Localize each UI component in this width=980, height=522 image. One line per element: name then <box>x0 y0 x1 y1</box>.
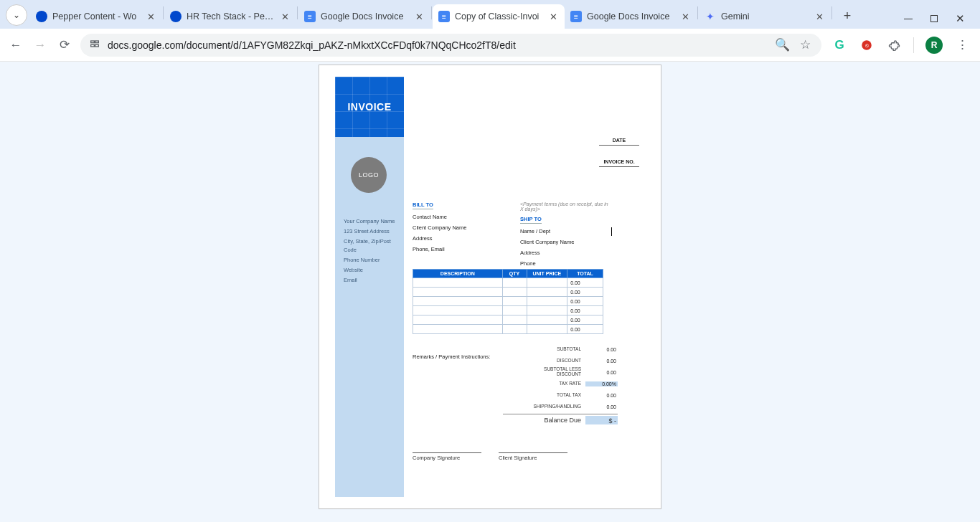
bill-to-address: Address <box>413 235 503 242</box>
tab-title: Google Docs Invoice <box>587 11 674 22</box>
ship-to-block: <Payment terms (due on receipt, due in X… <box>520 201 611 271</box>
globe-icon <box>36 11 47 22</box>
bookmark-icon[interactable]: ☆ <box>797 37 813 53</box>
company-email: Email <box>344 276 398 285</box>
balance-value: $ - <box>585 416 618 424</box>
tab-title: Gemini <box>721 11 809 22</box>
balance-label: Balance Due <box>524 416 585 424</box>
table-row: 0.00 <box>413 288 603 297</box>
table-row: 0.00 <box>413 306 603 315</box>
bill-to-contact: Contact Name <box>413 214 503 220</box>
tab-title: Google Docs Invoice <box>321 11 408 22</box>
ship-to-phone: Phone <box>520 260 611 267</box>
line-items-table: DESCRIPTION QTY UNIT PRICE TOTAL 0.00 0.… <box>413 269 603 334</box>
docs-icon: ≡ <box>438 11 450 22</box>
tab-copy-of-classic-invoice[interactable]: ≡ Copy of Classic-Invoi ✕ <box>433 4 565 29</box>
minimize-button[interactable] <box>904 14 913 23</box>
tab-separator <box>163 6 164 19</box>
discount-value: 0.00 <box>585 359 618 364</box>
subtotal-label: SUBTOTAL <box>524 347 585 352</box>
close-icon[interactable]: ✕ <box>679 11 691 22</box>
col-unit-price: UNIT PRICE <box>527 270 567 278</box>
tab-gemini[interactable]: ✦ Gemini ✕ <box>699 4 831 29</box>
tabs-dropdown-button[interactable]: ⌄ <box>6 4 27 26</box>
bill-to-phone-email: Phone, Email <box>413 246 503 252</box>
tab-google-docs-invoice-2[interactable]: ≡ Google Docs Invoice ✕ <box>565 4 697 29</box>
kebab-menu-icon[interactable]: ⋮ <box>954 37 970 53</box>
client-signature: Client Signature <box>499 452 567 461</box>
forward-button[interactable]: → <box>32 37 49 54</box>
company-addr2: City, State, Zip/Post Code <box>344 237 398 255</box>
tab-pepper-content[interactable]: Pepper Content - Wo ✕ <box>30 4 162 29</box>
docs-icon: ≡ <box>304 11 316 22</box>
browser-toolbar: ← → ⟳ 🔍 ☆ G ⎋ R ⋮ <box>0 29 980 62</box>
close-icon[interactable]: ✕ <box>814 11 825 22</box>
back-button[interactable]: ← <box>7 37 24 54</box>
logo-label: LOGO <box>359 171 379 179</box>
new-tab-button[interactable]: + <box>837 6 857 26</box>
tab-separator <box>297 6 298 19</box>
tab-hr-tech-stack[interactable]: HR Tech Stack - Pepp ✕ <box>164 4 296 29</box>
discount-label: DISCOUNT <box>524 359 585 364</box>
window-controls: ✕ <box>898 14 976 29</box>
signatures: Company Signature Client Signature <box>413 452 567 461</box>
tab-title: Copy of Classic-Invoi <box>455 11 542 22</box>
tax-rate-value: 0.00% <box>585 381 618 386</box>
ship-to-header: SHIP TO <box>520 216 542 224</box>
extension-icon[interactable]: ⎋ <box>859 37 875 53</box>
docs-icon: ≡ <box>570 11 582 22</box>
close-icon[interactable]: ✕ <box>413 11 425 22</box>
remarks-label: Remarks / Payment Instructions: <box>413 353 490 360</box>
shipping-value: 0.00 <box>585 404 618 409</box>
totals-block: SUBTOTAL0.00 DISCOUNT0.00 SUBTOTAL LESS … <box>503 343 618 425</box>
total-tax-value: 0.00 <box>585 393 618 398</box>
zoom-icon[interactable]: 🔍 <box>774 37 790 53</box>
close-icon[interactable]: ✕ <box>279 11 291 22</box>
svg-rect-3 <box>95 44 99 47</box>
tab-separator <box>831 6 832 19</box>
invoice-heading: INVOICE <box>347 101 391 113</box>
tab-google-docs-invoice-1[interactable]: ≡ Google Docs Invoice ✕ <box>298 4 430 29</box>
maximize-button[interactable] <box>930 14 938 23</box>
payment-terms: <Payment terms (due on receipt, due in X… <box>520 201 611 212</box>
reload-button[interactable]: ⟳ <box>56 37 73 54</box>
company-addr1: 123 Street Address <box>344 227 398 236</box>
svg-rect-2 <box>91 44 95 47</box>
col-qty: QTY <box>502 270 527 278</box>
site-settings-icon[interactable] <box>89 38 100 52</box>
url-input[interactable] <box>108 39 767 51</box>
grammarly-icon[interactable]: G <box>831 37 847 53</box>
subtotal-less-label: SUBTOTAL LESS DISCOUNT <box>524 367 585 377</box>
tax-rate-label: TAX RATE <box>524 381 585 386</box>
table-row: 0.00 <box>413 278 603 288</box>
globe-icon <box>170 11 182 22</box>
profile-avatar[interactable]: R <box>925 37 943 54</box>
table-row: 0.00 <box>413 297 603 306</box>
company-name: Your Company Name <box>344 217 398 226</box>
close-window-button[interactable]: ✕ <box>956 14 964 23</box>
close-icon[interactable]: ✕ <box>547 11 559 22</box>
sparkle-icon: ✦ <box>705 11 716 22</box>
svg-rect-1 <box>95 41 99 43</box>
invoice-page[interactable]: INVOICE LOGO Your Company Name 123 Stree… <box>319 65 661 509</box>
extensions-puzzle-icon[interactable] <box>886 37 902 53</box>
document-viewport[interactable]: INVOICE LOGO Your Company Name 123 Stree… <box>0 62 980 522</box>
invoice-no-label: INVOICE NO. <box>603 159 634 164</box>
toolbar-divider <box>913 37 914 53</box>
subtotal-less-value: 0.00 <box>585 370 618 375</box>
col-description: DESCRIPTION <box>413 270 503 278</box>
close-icon[interactable]: ✕ <box>145 11 156 22</box>
shipping-label: SHIPPING/HANDLING <box>524 404 585 409</box>
ship-to-company: Client Company Name <box>520 239 611 245</box>
bill-to-block: BILL TO Contact Name Client Company Name… <box>413 201 503 271</box>
tab-title: Pepper Content - Wo <box>52 11 140 22</box>
address-bar[interactable]: 🔍 ☆ <box>80 34 821 57</box>
logo-placeholder: LOGO <box>351 157 387 193</box>
address-grid: BILL TO Contact Name Client Company Name… <box>413 201 611 271</box>
ship-to-name: Name / Dept <box>520 228 611 234</box>
col-total: TOTAL <box>567 270 603 278</box>
company-info: Your Company Name 123 Street Address Cit… <box>344 217 398 286</box>
total-tax-label: TOTAL TAX <box>524 393 585 398</box>
text-cursor <box>611 227 612 236</box>
tab-strip: ⌄ Pepper Content - Wo ✕ HR Tech Stack - … <box>0 0 980 29</box>
